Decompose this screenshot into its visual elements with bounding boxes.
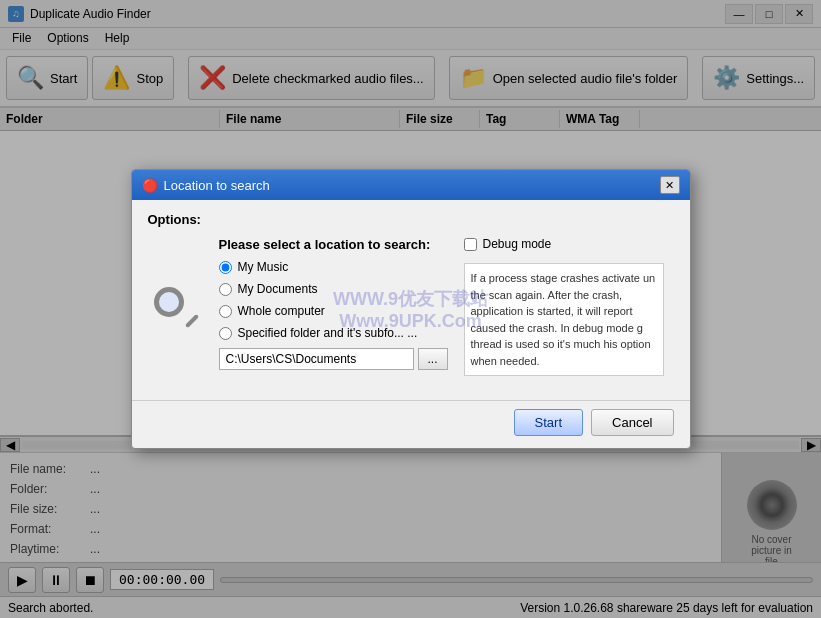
modal-content: Please select a location to search: My M… bbox=[148, 237, 674, 388]
radio-my-documents-input[interactable] bbox=[219, 283, 232, 296]
folder-path-input[interactable] bbox=[219, 348, 414, 370]
modal-overlay: 🔴 Location to search ✕ Options: bbox=[0, 0, 821, 618]
location-dialog: 🔴 Location to search ✕ Options: bbox=[131, 169, 691, 449]
modal-icon: 🔴 bbox=[142, 178, 158, 193]
debug-row: Debug mode bbox=[464, 237, 674, 251]
modal-right-panel: Debug mode If a process stage crashes ac… bbox=[464, 237, 674, 388]
modal-header-row: Please select a location to search: My M… bbox=[148, 237, 448, 378]
radio-my-documents-label: My Documents bbox=[238, 282, 318, 296]
radio-my-music-input[interactable] bbox=[219, 261, 232, 274]
browse-button[interactable]: ... bbox=[418, 348, 448, 370]
radio-whole-computer-label: Whole computer bbox=[238, 304, 325, 318]
modal-options-header: Options: bbox=[148, 212, 674, 227]
debug-description: If a process stage crashes activate un t… bbox=[464, 263, 664, 376]
modal-title: Location to search bbox=[164, 178, 270, 193]
folder-input-row: ... bbox=[219, 348, 448, 370]
debug-text: If a process stage crashes activate un t… bbox=[471, 272, 656, 367]
modal-title-left: 🔴 Location to search bbox=[142, 178, 270, 193]
radio-my-music[interactable]: My Music bbox=[219, 260, 448, 274]
radio-group: My Music My Documents Whole computer bbox=[219, 260, 448, 340]
radio-whole-computer[interactable]: Whole computer bbox=[219, 304, 448, 318]
modal-footer: Start Cancel bbox=[132, 400, 690, 448]
modal-body: Options: Please select a loca bbox=[132, 200, 690, 400]
debug-checkbox[interactable] bbox=[464, 238, 477, 251]
modal-cancel-button[interactable]: Cancel bbox=[591, 409, 673, 436]
radio-specified-folder[interactable]: Specified folder and it's subfo... ... bbox=[219, 326, 448, 340]
debug-label: Debug mode bbox=[483, 237, 552, 251]
radio-specified-folder-label: Specified folder and it's subfo... ... bbox=[238, 326, 418, 340]
radio-my-music-label: My Music bbox=[238, 260, 289, 274]
modal-close-button[interactable]: ✕ bbox=[660, 176, 680, 194]
search-magnifier-icon bbox=[148, 280, 203, 335]
modal-prompt: Please select a location to search: bbox=[219, 237, 448, 252]
radio-my-documents[interactable]: My Documents bbox=[219, 282, 448, 296]
modal-start-button[interactable]: Start bbox=[514, 409, 583, 436]
modal-titlebar: 🔴 Location to search ✕ bbox=[132, 170, 690, 200]
radio-whole-computer-input[interactable] bbox=[219, 305, 232, 318]
modal-left-panel: Please select a location to search: My M… bbox=[148, 237, 448, 388]
radio-specified-folder-input[interactable] bbox=[219, 327, 232, 340]
